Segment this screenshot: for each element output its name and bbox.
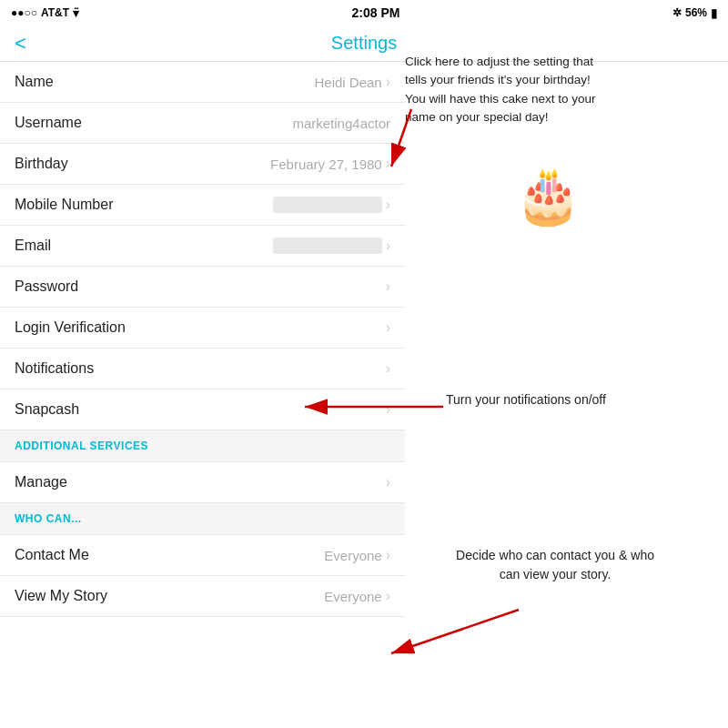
- login-verification-row[interactable]: Login Verification ›: [0, 308, 405, 349]
- manage-row[interactable]: Manage ›: [0, 462, 405, 503]
- username-row[interactable]: Username marketing4actor: [0, 103, 405, 144]
- view-my-story-label: View My Story: [15, 588, 107, 604]
- carrier-label: AT&T: [41, 6, 69, 19]
- notifications-label: Notifications: [15, 360, 94, 377]
- contact-me-text: Everyone: [324, 548, 381, 563]
- login-verification-chevron: ›: [386, 319, 390, 336]
- manage-chevron: ›: [386, 474, 390, 490]
- birthday-label: Birthday: [15, 156, 68, 172]
- battery-icon: ▮: [711, 6, 717, 20]
- who-can-label: WHO CAN...: [15, 512, 82, 525]
- contact-me-label: Contact Me: [15, 547, 89, 563]
- email-chevron: ›: [386, 238, 390, 254]
- contact-me-row[interactable]: Contact Me Everyone ›: [0, 535, 405, 576]
- password-label: Password: [15, 278, 78, 295]
- birthday-chevron: ›: [386, 156, 390, 172]
- snapcash-row[interactable]: Snapcash ›: [0, 389, 405, 430]
- status-left: ●●○○ AT&T ▾̈: [11, 6, 79, 20]
- settings-list: Name Heidi Dean › Username marketing4act…: [0, 62, 405, 617]
- back-button[interactable]: <: [15, 32, 26, 56]
- birthday-annotation-text: Click here to adjust the setting that te…: [405, 53, 714, 126]
- birthday-row[interactable]: Birthday February 27, 1980 ›: [0, 144, 405, 185]
- password-chevron: ›: [386, 278, 390, 295]
- time-display: 2:08 PM: [352, 5, 400, 20]
- name-label: Name: [15, 74, 54, 90]
- email-label: Email: [15, 238, 51, 254]
- signal-dots: ●●○○: [11, 6, 37, 19]
- manage-label: Manage: [15, 474, 67, 490]
- name-value: Heidi Dean ›: [314, 74, 390, 90]
- notifications-row[interactable]: Notifications ›: [0, 349, 405, 389]
- mobile-chevron: ›: [386, 197, 390, 213]
- snapcash-value: ›: [386, 401, 390, 418]
- birthday-value: February 27, 1980 ›: [270, 156, 390, 172]
- name-chevron: ›: [386, 74, 390, 90]
- snapcash-chevron: ›: [386, 401, 390, 418]
- username-value: marketing4actor: [292, 116, 390, 131]
- username-label: Username: [15, 115, 82, 131]
- mobile-row[interactable]: Mobile Number ›: [0, 185, 405, 226]
- who-can-header: WHO CAN...: [0, 503, 405, 535]
- name-row[interactable]: Name Heidi Dean ›: [0, 62, 405, 103]
- manage-value: ›: [386, 474, 390, 490]
- email-masked: [273, 238, 382, 254]
- password-row[interactable]: Password ›: [0, 267, 405, 308]
- email-row[interactable]: Email ›: [0, 226, 405, 267]
- additional-services-header: ADDITIONAL SERVICES: [0, 430, 405, 462]
- mobile-label: Mobile Number: [15, 197, 113, 213]
- notifications-value: ›: [386, 360, 390, 377]
- svg-line-3: [391, 610, 519, 653]
- status-right: ✲ 56% ▮: [672, 6, 717, 20]
- manage-annotation-text: Decide who can contact you & whocan view…: [419, 546, 692, 584]
- cake-emoji: 🎂: [514, 168, 582, 223]
- status-bar: ●●○○ AT&T ▾̈ 2:08 PM ✲ 56% ▮: [0, 0, 728, 25]
- view-my-story-chevron: ›: [386, 588, 390, 604]
- page-title: Settings: [331, 33, 397, 54]
- mobile-masked: [273, 197, 382, 213]
- wifi-icon: ▾̈: [73, 6, 79, 20]
- view-my-story-text: Everyone: [324, 589, 381, 604]
- login-verification-label: Login Verification: [15, 319, 126, 336]
- view-my-story-row[interactable]: View My Story Everyone ›: [0, 576, 405, 617]
- battery-label: 56%: [685, 6, 707, 19]
- view-my-story-value: Everyone ›: [324, 588, 390, 604]
- mobile-value: ›: [273, 197, 390, 213]
- contact-me-value: Everyone ›: [324, 547, 390, 563]
- email-value: ›: [273, 238, 390, 254]
- additional-services-label: ADDITIONAL SERVICES: [15, 440, 148, 452]
- name-text: Heidi Dean: [314, 75, 381, 90]
- snapcash-label: Snapcash: [15, 401, 79, 418]
- bluetooth-icon: ✲: [672, 6, 682, 19]
- notifications-annotation-text: Turn your notifications on/off: [446, 391, 701, 410]
- password-value: ›: [386, 278, 390, 295]
- contact-me-chevron: ›: [386, 547, 390, 563]
- birthday-text: February 27, 1980: [270, 157, 382, 172]
- login-verification-value: ›: [386, 319, 390, 336]
- notifications-chevron: ›: [386, 360, 390, 377]
- username-text: marketing4actor: [292, 116, 390, 131]
